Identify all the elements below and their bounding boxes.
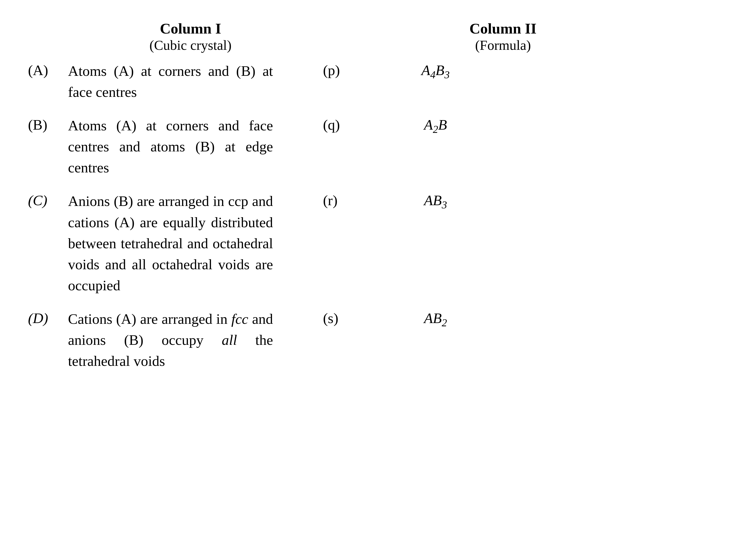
columns-header: Column I (Cubic crystal) Column II (Form… <box>28 20 728 53</box>
row-B-right-label: (q) <box>323 115 373 133</box>
row-C-left-label: (C) <box>28 191 68 209</box>
row-D-left-label: (D) <box>28 309 68 327</box>
row-B: (B) Atoms (A) at corners and face centre… <box>28 115 728 178</box>
row-D-formula: AB2 <box>398 309 473 329</box>
row-A-right-label: (p) <box>323 61 373 79</box>
row-D: (D) Cations (A) are arranged in fcc and … <box>28 309 728 372</box>
col1-subtitle: (Cubic crystal) <box>78 37 303 53</box>
row-A-left-label: (A) <box>28 61 68 79</box>
rows-container: (A) Atoms (A) at corners and (B) at face… <box>28 61 728 372</box>
main-container: Column I (Cubic crystal) Column II (Form… <box>28 20 728 372</box>
row-B-left-label: (B) <box>28 115 68 133</box>
row-C-left-content: Anions (B) are arranged in ccp and catio… <box>68 191 273 296</box>
row-B-left-content: Atoms (A) at corners and face centres an… <box>68 115 273 178</box>
row-A: (A) Atoms (A) at corners and (B) at face… <box>28 61 728 103</box>
row-C-right-label: (r) <box>323 191 373 209</box>
row-A-formula: A4B3 <box>398 61 473 81</box>
column1-header: Column I (Cubic crystal) <box>78 20 303 53</box>
col2-subtitle: (Formula) <box>428 37 578 53</box>
row-B-formula: A2B <box>398 115 473 135</box>
column2-header: Column II (Formula) <box>428 20 578 53</box>
row-D-right-label: (s) <box>323 309 373 327</box>
col1-title: Column I <box>78 20 303 37</box>
row-C: (C) Anions (B) are arranged in ccp and c… <box>28 191 728 296</box>
row-D-left-content: Cations (A) are arranged in fcc and anio… <box>68 309 273 372</box>
row-C-formula: AB3 <box>398 191 473 211</box>
col2-title: Column II <box>428 20 578 37</box>
row-A-left-content: Atoms (A) at corners and (B) at face cen… <box>68 61 273 103</box>
